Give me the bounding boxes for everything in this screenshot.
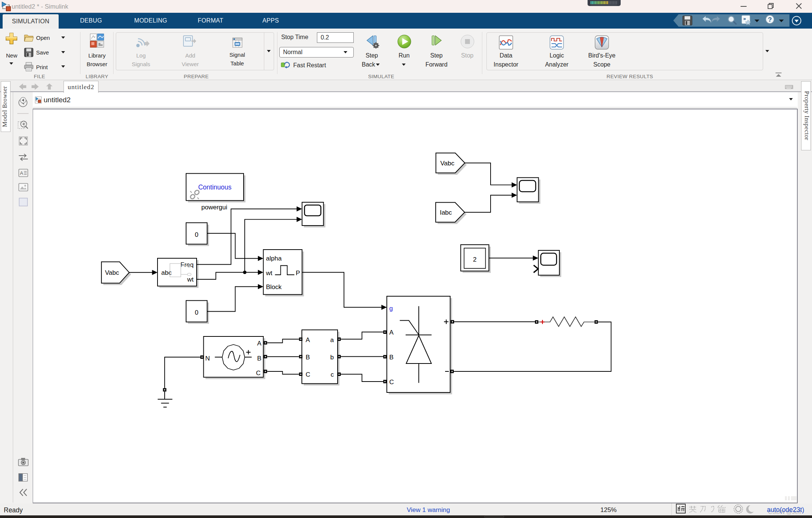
svg-text:N: N xyxy=(205,354,210,362)
svg-text:Vabc: Vabc xyxy=(105,269,119,276)
svg-text:C: C xyxy=(389,378,394,385)
svg-text:a: a xyxy=(330,336,334,344)
svg-text:Freq: Freq xyxy=(180,261,194,268)
svg-text:abc: abc xyxy=(161,269,172,276)
svg-text:2: 2 xyxy=(473,256,476,263)
svg-text:A: A xyxy=(306,336,310,344)
svg-text:A: A xyxy=(257,339,262,347)
svg-text:wt: wt xyxy=(266,269,273,276)
svg-text:P: P xyxy=(296,269,300,276)
svg-text:A: A xyxy=(20,170,23,176)
svg-text:?: ? xyxy=(768,16,772,23)
svg-text:g: g xyxy=(389,305,393,312)
svg-text:alpha: alpha xyxy=(266,255,282,262)
svg-text:C: C xyxy=(256,370,261,377)
svg-text:Iabc: Iabc xyxy=(440,209,452,216)
svg-text:B: B xyxy=(389,353,394,360)
svg-text:A: A xyxy=(389,329,394,336)
svg-text:C: C xyxy=(306,371,310,378)
svg-text:wt: wt xyxy=(187,276,194,283)
svg-text:Continuous: Continuous xyxy=(198,183,232,191)
svg-text:Vabc: Vabc xyxy=(440,160,454,167)
svg-text:Block: Block xyxy=(266,283,282,291)
svg-text:B: B xyxy=(257,354,261,362)
svg-text:powergui: powergui xyxy=(201,203,227,211)
svg-text:b: b xyxy=(330,353,334,360)
svg-text:»: » xyxy=(743,16,746,21)
svg-text:B: B xyxy=(306,353,310,360)
svg-text:0: 0 xyxy=(195,231,198,238)
svg-text:c: c xyxy=(331,371,334,378)
svg-text:0: 0 xyxy=(195,309,198,316)
